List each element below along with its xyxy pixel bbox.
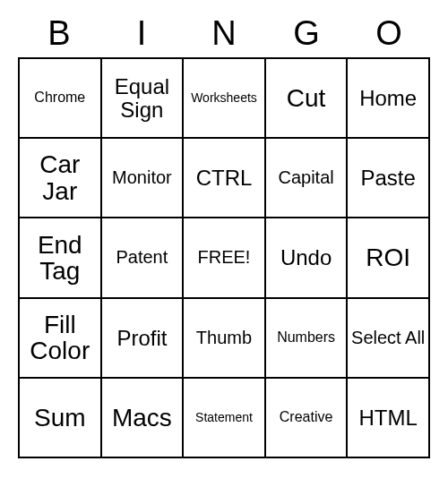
- header-letter-o: O: [348, 14, 430, 53]
- bingo-cell[interactable]: Select All: [347, 298, 429, 378]
- bingo-cell[interactable]: Undo: [265, 218, 348, 297]
- bingo-cell[interactable]: Creative: [265, 378, 348, 457]
- bingo-cell[interactable]: Fill Color: [19, 298, 101, 378]
- bingo-cell[interactable]: Worksheets: [183, 58, 265, 138]
- header-letter-n: N: [183, 14, 265, 53]
- bingo-cell[interactable]: Car Jar: [19, 138, 101, 218]
- bingo-cell[interactable]: Sum: [19, 378, 101, 457]
- bingo-card: B I N G O Chrome Equal Sign Worksheets C…: [0, 0, 448, 487]
- bingo-cell[interactable]: Paste: [347, 138, 429, 218]
- bingo-cell[interactable]: Cut: [265, 58, 348, 138]
- bingo-free-cell[interactable]: FREE!: [183, 218, 265, 297]
- header-letter-i: I: [100, 14, 183, 53]
- bingo-cell[interactable]: Macs: [101, 378, 184, 457]
- bingo-cell[interactable]: Equal Sign: [101, 58, 184, 138]
- bingo-cell[interactable]: Monitor: [101, 138, 184, 218]
- bingo-cell[interactable]: Capital: [265, 138, 348, 218]
- bingo-cell[interactable]: HTML: [347, 378, 429, 457]
- bingo-cell[interactable]: Chrome: [19, 58, 101, 138]
- bingo-cell[interactable]: Thumb: [183, 298, 265, 378]
- bingo-cell[interactable]: ROI: [347, 218, 429, 297]
- bingo-cell[interactable]: End Tag: [19, 218, 101, 297]
- bingo-cell[interactable]: CTRL: [183, 138, 265, 218]
- bingo-cell[interactable]: Statement: [183, 378, 265, 457]
- bingo-cell[interactable]: Home: [347, 58, 429, 138]
- bingo-grid: Chrome Equal Sign Worksheets Cut Home Ca…: [18, 57, 430, 458]
- bingo-header: B I N G O: [18, 11, 430, 56]
- header-letter-g: G: [265, 14, 348, 53]
- bingo-cell[interactable]: Numbers: [265, 298, 348, 378]
- bingo-cell[interactable]: Patent: [101, 218, 184, 297]
- header-letter-b: B: [18, 14, 100, 53]
- bingo-cell[interactable]: Profit: [101, 298, 184, 378]
